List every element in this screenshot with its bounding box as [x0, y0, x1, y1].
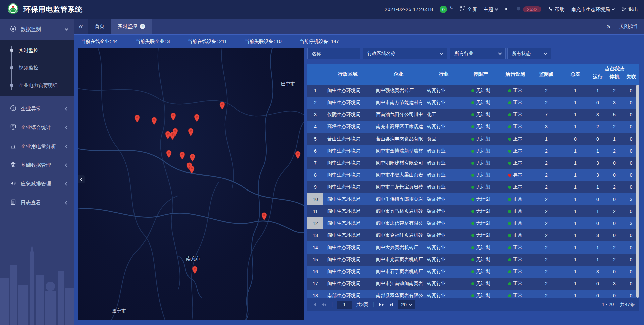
- cell-plan: 无计划: [463, 217, 499, 229]
- sidebar-item-power-load-detail[interactable]: 企业电力负荷明细: [0, 76, 74, 94]
- cell-num: 17: [307, 278, 323, 290]
- table-row[interactable]: 13阆中生态环境局阆中市金福旺页岩机砖砖瓦行业无计划正常21300: [307, 229, 639, 241]
- sidebar-item-video-monitor[interactable]: 视频监控: [0, 59, 74, 76]
- table-row[interactable]: 3仪陇生态环境局西南油气田分公司川中化工无计划正常71350: [307, 109, 639, 121]
- cell-industry: 砖瓦行业: [425, 181, 463, 193]
- speaker-mute-button[interactable]: [504, 7, 509, 12]
- tab-home[interactable]: 首页: [88, 19, 111, 34]
- cell-region: 阆中生态环境局: [323, 157, 372, 169]
- table-row[interactable]: 16阆中生态环境局阆中市石子页岩机砖厂砖瓦行业无计划正常21300: [307, 266, 639, 278]
- table-row[interactable]: 1阆中生态环境局阆中强锐页岩砖厂砖瓦行业无计划正常21120: [307, 85, 639, 97]
- cell-stop: 2: [606, 145, 623, 157]
- cell-facility: 正常: [499, 121, 532, 133]
- prev-page-button[interactable]: [321, 302, 327, 307]
- table-row[interactable]: 15阆中生态环境局阆中市光富页岩机砖厂砖瓦行业无计划正常21120: [307, 254, 639, 266]
- table-row[interactable]: 17阆中生态环境局阆中市江南镇阆南页岩砖瓦行业无计划正常21030: [307, 278, 639, 290]
- cell-company: 阆中市南方节能建材有: [372, 97, 425, 109]
- fullscreen-button[interactable]: 全屏: [460, 6, 477, 13]
- industry-filter-select[interactable]: 所有行业: [450, 48, 506, 59]
- map-pin[interactable]: [188, 128, 194, 136]
- col-header-index: [307, 64, 323, 85]
- map-pin[interactable]: [189, 166, 195, 174]
- region-filter-select[interactable]: 行政区域名称: [363, 48, 447, 59]
- cell-run: 0: [589, 193, 606, 205]
- map-pin[interactable]: [261, 212, 267, 220]
- phone-icon: [548, 7, 553, 12]
- table-row[interactable]: 8阆中生态环境局阆中市枣碧大梁山页岩砖瓦行业无计划异常21300: [307, 169, 639, 181]
- cell-num: 6: [307, 145, 323, 157]
- cell-num: 11: [307, 205, 323, 217]
- first-page-button[interactable]: [312, 302, 317, 307]
- tab-close-icon[interactable]: ✕: [140, 24, 145, 29]
- sidebar-item-base-data[interactable]: 基础数据管理: [0, 156, 74, 174]
- tabs-scroll-left-button[interactable]: «: [74, 19, 88, 34]
- double-chevron-right-icon[interactable]: »: [607, 22, 610, 30]
- map-pin[interactable]: [151, 117, 157, 125]
- table-row[interactable]: 12阆中生态环境局阆中市忠信建材有限公砖瓦行业无计划正常21003: [307, 217, 639, 229]
- help-button[interactable]: 帮助: [548, 6, 565, 13]
- table-row[interactable]: 18南部生态环境局南部县双华页岩有限公砖瓦行业无计划正常21000: [307, 290, 639, 298]
- name-filter-input-box[interactable]: [307, 48, 360, 59]
- cell-region: 阆中生态环境局: [323, 254, 372, 266]
- map-pin[interactable]: [172, 128, 178, 136]
- map-pin[interactable]: [194, 114, 200, 122]
- table-row[interactable]: 14阆中生态环境局阆中大兴页岩机砖厂砖瓦行业无计划正常21120: [307, 241, 639, 254]
- table-row[interactable]: 11阆中生态环境局阆中市五马桥页岩机砖砖瓦行业无计划正常21120: [307, 205, 639, 217]
- name-search-input[interactable]: [312, 51, 356, 56]
- page-number-input[interactable]: 1: [337, 301, 352, 309]
- notification-button[interactable]: 2632: [516, 6, 541, 12]
- map-pin[interactable]: [166, 150, 172, 158]
- map-panel[interactable]: 巴中市南充市遂宁市: [78, 48, 304, 320]
- cell-run: 1: [589, 85, 606, 97]
- map-pin[interactable]: [190, 154, 195, 162]
- map-pin[interactable]: [219, 102, 225, 110]
- map-pin[interactable]: [179, 152, 185, 160]
- cell-num: 12: [307, 217, 323, 229]
- cell-company: 阆中市石子页岩机砖厂: [372, 266, 425, 278]
- status-dot: [508, 125, 511, 128]
- table-scrollbar[interactable]: [636, 85, 639, 298]
- table-row[interactable]: 5营山生态环境局营山县润丰肉食品有限食品无计划正常10010: [307, 133, 639, 145]
- table-row[interactable]: 10阆中生态环境局阆中千佛镇五郎垭页岩砖瓦行业无计划正常21003: [307, 193, 639, 205]
- total-count-label: 共47条: [620, 302, 635, 308]
- map-pin[interactable]: [192, 266, 198, 274]
- cell-industry: 砖瓦行业: [425, 205, 463, 217]
- cell-company: 南部县双华页岩有限公: [372, 290, 425, 298]
- map-city-label: 巴中市: [281, 81, 295, 87]
- sidebar-item-emergency-reduction[interactable]: 应急减排管理: [0, 174, 74, 193]
- sidebar-item-log-view[interactable]: 日志查看: [0, 193, 74, 212]
- table-row[interactable]: 7阆中生态环境局阆中明阳建材有限公司砖瓦行业无计划正常21300: [307, 157, 639, 169]
- map-pin[interactable]: [134, 115, 140, 123]
- tab-realtime-monitor[interactable]: 实时监控 ✕: [111, 19, 152, 34]
- page-size-select[interactable]: 20: [398, 300, 415, 309]
- col-header-facility: 治污设施: [499, 64, 532, 85]
- close-operations-button[interactable]: 关闭操作: [619, 23, 639, 30]
- bell-icon: [516, 6, 521, 12]
- cell-company: 阆中市忠信建材有限公: [372, 217, 425, 229]
- next-page-button[interactable]: [379, 302, 384, 307]
- map-pin[interactable]: [170, 113, 176, 121]
- sidebar-item-data-monitor[interactable]: 数据监测: [0, 19, 74, 40]
- table-row[interactable]: 6阆中生态环境局阆中市金博瑞新型墙材砖瓦行业无计划正常21120: [307, 145, 639, 157]
- status-dot: [471, 113, 474, 116]
- status-dot: [471, 282, 474, 285]
- last-page-button[interactable]: [389, 302, 394, 307]
- table-row[interactable]: 4高坪生态环境局南充市高坪区王家店建砖瓦行业无计划正常31220: [307, 121, 639, 133]
- logout-button[interactable]: 退出: [621, 6, 638, 13]
- cell-company: 南充市高坪区王家店建: [372, 121, 425, 133]
- sidebar-item-enterprise-stats[interactable]: 企业综合统计: [0, 118, 74, 137]
- org-user-menu[interactable]: 南充市生态环境局: [571, 6, 614, 13]
- map-pin[interactable]: [295, 151, 301, 159]
- sidebar-item-enterprise-abnormal[interactable]: 企业异常: [0, 99, 74, 118]
- table-row[interactable]: 2阆中生态环境局阆中市南方节能建材有砖瓦行业无计划正常21030: [307, 97, 639, 109]
- map-collapse-handle[interactable]: [78, 175, 85, 183]
- theme-menu[interactable]: 主题: [484, 6, 498, 13]
- map-city-label: 遂宁市: [112, 308, 126, 314]
- cell-company: 阆中大兴页岩机砖厂: [372, 241, 425, 254]
- status-filter-select[interactable]: 所有状态: [507, 48, 551, 59]
- sidebar-item-power-analysis[interactable]: 企业用电量分析: [0, 137, 74, 156]
- sidebar-item-realtime-monitor[interactable]: 实时监控: [0, 42, 74, 59]
- cell-industry: 砖瓦行业: [425, 241, 463, 254]
- table-row[interactable]: 9阆中生态环境局阆中市二龙长宝页岩砖砖瓦行业无计划正常21120: [307, 181, 639, 193]
- cell-region: 高坪生态环境局: [323, 121, 372, 133]
